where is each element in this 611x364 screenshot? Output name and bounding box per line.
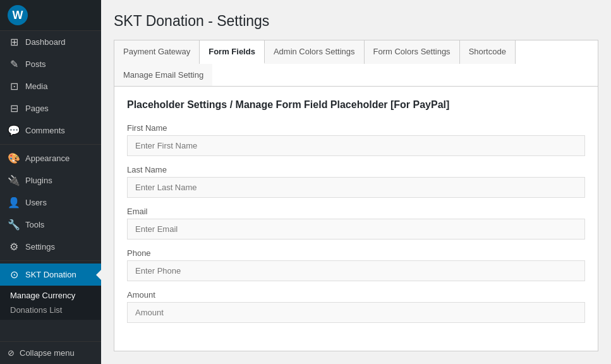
tab-admin-colors[interactable]: Admin Colors Settings	[265, 40, 365, 64]
phone-input[interactable]	[127, 260, 585, 281]
sidebar-item-label: Pages	[25, 104, 49, 113]
last-name-input[interactable]	[127, 177, 585, 198]
comments-icon: 💬	[8, 124, 20, 136]
sidebar-item-label: Appearance	[25, 154, 70, 163]
sidebar-item-skt-donation[interactable]: ⊙ SKT Donation	[0, 264, 101, 286]
collapse-label: Collapse menu	[20, 348, 75, 358]
last-name-label: Last Name	[127, 165, 585, 174]
dashboard-icon: ⊞	[8, 36, 20, 48]
sidebar-item-label: Tools	[25, 220, 44, 229]
skt-sub-menu: Manage Currency Donations List	[0, 286, 101, 320]
sidebar-logo: W	[0, 0, 101, 31]
users-icon: 👤	[8, 197, 20, 209]
sidebar-item-dashboard[interactable]: ⊞ Dashboard	[0, 31, 101, 53]
email-label: Email	[127, 207, 585, 216]
sidebar-item-users[interactable]: 👤 Users	[0, 191, 101, 214]
amount-label: Amount	[127, 290, 585, 300]
sidebar-item-label: Settings	[25, 242, 55, 252]
collapse-menu-button[interactable]: ⊘ Collapse menu	[0, 341, 101, 364]
sidebar-item-posts[interactable]: ✎ Posts	[0, 53, 101, 75]
sidebar-item-label: Comments	[25, 126, 65, 135]
sidebar-item-settings[interactable]: ⚙ Settings	[0, 236, 101, 258]
first-name-label: First Name	[127, 123, 585, 133]
active-indicator	[96, 270, 101, 280]
tab-form-colors[interactable]: Form Colors Settings	[365, 40, 460, 64]
sidebar-item-label: Dashboard	[25, 37, 66, 47]
field-group-email: Email	[127, 207, 585, 240]
settings-icon: ⚙	[8, 241, 20, 253]
sidebar-item-appearance[interactable]: 🎨 Appearance	[0, 147, 101, 169]
tabs-bar: Payment Gateway Form Fields Admin Colors…	[114, 40, 598, 87]
sidebar-item-plugins[interactable]: 🔌 Plugins	[0, 169, 101, 191]
field-group-phone: Phone	[127, 248, 585, 281]
tab-form-fields[interactable]: Form Fields	[200, 40, 265, 64]
sidebar-item-label: SKT Donation	[25, 270, 76, 279]
tab-manage-email[interactable]: Manage Email Setting	[114, 64, 212, 86]
email-input[interactable]	[127, 219, 585, 240]
tools-icon: 🔧	[8, 219, 20, 231]
sidebar: W ⊞ Dashboard ✎ Posts ⊡ Media ⊟ Pages 💬 …	[0, 0, 101, 364]
sidebar-item-label: Media	[25, 82, 47, 91]
content-box: Placeholder Settings / Manage Form Field…	[114, 87, 598, 351]
collapse-icon: ⊘	[8, 348, 15, 358]
wp-logo-icon: W	[8, 5, 28, 25]
page-title: SKT Donation - Settings	[114, 13, 598, 30]
section-title: Placeholder Settings / Manage Form Field…	[127, 99, 585, 111]
tab-payment-gateway[interactable]: Payment Gateway	[114, 40, 200, 64]
sidebar-sub-manage-currency[interactable]: Manage Currency	[0, 288, 101, 303]
tab-shortcode[interactable]: Shortcode	[460, 40, 516, 64]
sidebar-item-tools[interactable]: 🔧 Tools	[0, 214, 101, 236]
appearance-icon: 🎨	[8, 152, 20, 164]
skt-donation-icon: ⊙	[8, 269, 20, 281]
pages-icon: ⊟	[8, 102, 20, 114]
field-group-amount: Amount	[127, 290, 585, 323]
amount-input[interactable]	[127, 302, 585, 323]
sidebar-item-comments[interactable]: 💬 Comments	[0, 119, 101, 142]
sidebar-sub-donations-list[interactable]: Donations List	[0, 303, 101, 317]
field-group-first-name: First Name	[127, 123, 585, 156]
first-name-input[interactable]	[127, 135, 585, 156]
sidebar-item-label: Plugins	[25, 176, 52, 185]
media-icon: ⊡	[8, 80, 20, 92]
main-content: SKT Donation - Settings Payment Gateway …	[101, 0, 611, 364]
phone-label: Phone	[127, 248, 585, 258]
field-group-last-name: Last Name	[127, 165, 585, 198]
posts-icon: ✎	[8, 58, 20, 70]
sidebar-item-label: Posts	[25, 59, 46, 69]
plugins-icon: 🔌	[8, 174, 20, 186]
sidebar-item-pages[interactable]: ⊟ Pages	[0, 97, 101, 119]
sidebar-item-media[interactable]: ⊡ Media	[0, 75, 101, 97]
sidebar-item-label: Users	[25, 198, 47, 207]
